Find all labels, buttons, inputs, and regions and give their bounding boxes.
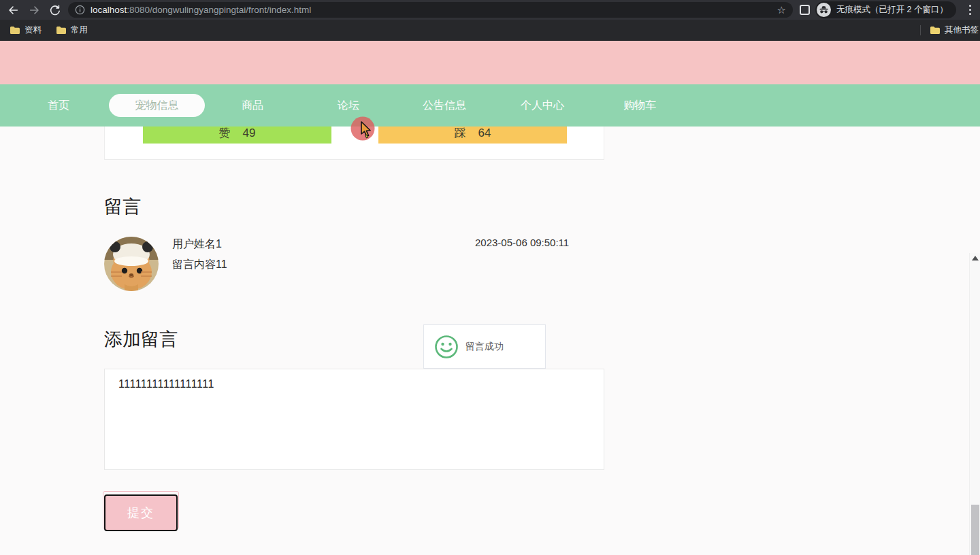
incognito-badge: 无痕模式（已打开 2 个窗口） xyxy=(815,1,956,18)
page-scrollbar[interactable] xyxy=(969,253,980,555)
comment-content: 留言内容11 xyxy=(172,258,227,272)
url-text: localhost:8080/dongwulingyangpingtai/fro… xyxy=(91,5,311,15)
scrollbar-up-icon[interactable] xyxy=(972,256,979,260)
vote-card: 赞49 踩64 xyxy=(104,127,604,160)
nav-item-notice[interactable]: 公告信息 xyxy=(423,84,466,127)
nav-item-profile[interactable]: 个人中心 xyxy=(521,84,564,127)
add-comment-title: 添加留言 xyxy=(104,327,178,352)
toast-message: 留言成功 xyxy=(466,341,504,353)
cat-avatar-image xyxy=(104,237,159,291)
nav-item-forum[interactable]: 论坛 xyxy=(338,84,359,127)
bookmarks-divider xyxy=(920,25,921,35)
forward-icon xyxy=(29,4,41,16)
dislike-button[interactable]: 踩64 xyxy=(378,127,567,144)
comment-avatar xyxy=(104,237,159,291)
address-bar[interactable]: localhost:8080/dongwulingyangpingtai/fro… xyxy=(68,2,793,18)
comment-username: 用户姓名1 xyxy=(172,237,222,252)
comments-title: 留言 xyxy=(104,195,141,219)
forward-button[interactable] xyxy=(27,3,42,18)
nav-item-pets-active[interactable]: 宠物信息 xyxy=(109,94,205,117)
folder-icon xyxy=(56,26,67,35)
other-bookmarks[interactable]: 其他书签 xyxy=(930,24,979,37)
bookmark-item-ziliao[interactable]: 资料 xyxy=(10,24,42,37)
nav-item-cart[interactable]: 购物车 xyxy=(623,84,656,127)
folder-icon xyxy=(930,26,941,35)
incognito-icon xyxy=(817,3,831,17)
comment-time: 2023-05-06 09:50:11 xyxy=(475,237,569,248)
back-icon xyxy=(7,4,19,16)
refresh-button[interactable] xyxy=(48,3,63,18)
nav-item-home[interactable]: 首页 xyxy=(48,84,69,127)
smiley-success-icon xyxy=(434,335,459,359)
scrollbar-thumb[interactable] xyxy=(971,505,979,555)
page-content: 赞49 踩64 留言 xyxy=(0,127,980,555)
refresh-icon xyxy=(49,4,61,16)
side-panel-icon[interactable] xyxy=(800,5,810,15)
site-header: 动物领养平台 xyxy=(0,41,980,84)
comment-textarea[interactable]: 11111111111111111 xyxy=(104,369,604,470)
bookmark-item-changyong[interactable]: 常用 xyxy=(56,24,88,37)
success-toast: 留言成功 xyxy=(423,324,546,369)
nav-item-goods[interactable]: 商品 xyxy=(242,84,263,127)
back-button[interactable] xyxy=(5,3,20,18)
menu-dots-icon[interactable] xyxy=(965,3,975,16)
screen: localhost:8080/dongwulingyangpingtai/fro… xyxy=(0,0,980,555)
main-nav: 首页 宠物信息 商品 论坛 公告信息 个人中心 购物车 xyxy=(0,84,980,127)
incognito-label: 无痕模式（已打开 2 个窗口） xyxy=(836,4,948,16)
submit-button[interactable]: 提交 xyxy=(104,494,178,531)
like-button[interactable]: 赞49 xyxy=(143,127,331,144)
folder-icon xyxy=(10,26,20,35)
info-icon[interactable] xyxy=(75,5,85,15)
browser-toolbar: localhost:8080/dongwulingyangpingtai/fro… xyxy=(0,0,980,20)
bookmarks-bar: 资料 常用 其他书签 xyxy=(0,20,980,41)
bookmark-star-icon[interactable]: ☆ xyxy=(777,4,786,16)
